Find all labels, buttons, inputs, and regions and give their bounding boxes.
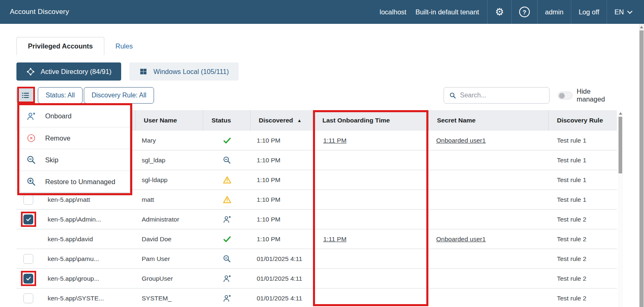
checkmark-icon: [25, 216, 32, 222]
table-row[interactable]: ken-5.app\SYSTE... SYSTEM_ 01/01/2025 4:…: [16, 289, 617, 307]
bulk-actions-menu-button[interactable]: [16, 87, 34, 104]
tab-bar: Privileged Accounts Rules: [16, 37, 144, 55]
user-menu-button[interactable]: admin: [537, 0, 571, 24]
language-label: EN: [614, 8, 624, 16]
status-skipped-icon: [223, 156, 231, 164]
table-scrollbar[interactable]: [618, 110, 623, 307]
help-button[interactable]: ?: [511, 0, 537, 24]
status-onboarded-icon: [223, 235, 232, 244]
list-menu-icon: [21, 91, 30, 100]
status-ready-to-onboard-icon: [223, 215, 232, 224]
chevron-down-icon: [627, 9, 632, 14]
search-icon: [449, 92, 456, 99]
header-last-onboarding-time[interactable]: Last Onboarding Time: [314, 110, 429, 131]
account-discovery-screen: Account Discovery localhost Built-in def…: [0, 0, 644, 307]
status-filter-button[interactable]: Status: All: [38, 87, 83, 104]
status-onboarded-icon: [223, 136, 232, 145]
table-row[interactable]: ken-5.app\group... GroupUser 01/01/2025 …: [16, 269, 617, 289]
active-directory-button[interactable]: Active Directory (84/91): [16, 62, 121, 81]
hide-managed-toggle[interactable]: [558, 92, 573, 99]
zoom-out-icon: [26, 155, 36, 165]
windows-icon: [139, 67, 147, 76]
topbar-right: localhost Built-in default tenant ⚙ ? ad…: [380, 0, 639, 24]
header-status[interactable]: Status: [203, 110, 251, 131]
row-checkbox-checked[interactable]: [23, 274, 33, 284]
table-scrollbar-thumb[interactable]: [619, 117, 622, 173]
tab-rules[interactable]: Rules: [104, 37, 144, 55]
page-scrollbar-thumb[interactable]: [639, 30, 644, 307]
windows-local-button[interactable]: Windows Local (105/111): [129, 62, 239, 81]
checkmark-icon: [25, 275, 32, 282]
header-discovery-rule[interactable]: Discovery Rule: [549, 110, 617, 131]
windows-local-label: Windows Local (105/111): [153, 68, 229, 76]
topbar: Account Discovery localhost Built-in def…: [0, 0, 644, 24]
scroll-up-arrow-icon: [640, 26, 643, 28]
search-input[interactable]: [460, 92, 538, 99]
help-icon: ?: [519, 7, 530, 17]
menu-item-onboard[interactable]: Onboard: [19, 105, 130, 127]
menu-item-skip[interactable]: Skip: [19, 149, 130, 171]
secret-link[interactable]: Onboarded user1: [436, 235, 486, 243]
status-ready-to-onboard-icon: [223, 294, 232, 303]
header-secret-name[interactable]: Secret Name: [429, 110, 549, 131]
tab-privileged-accounts[interactable]: Privileged Accounts: [16, 37, 104, 55]
logoff-button[interactable]: Log off: [571, 0, 607, 24]
search-box[interactable]: [444, 87, 550, 104]
language-selector[interactable]: EN: [607, 0, 639, 24]
last-onboarding-link[interactable]: 1:11 PM: [323, 235, 347, 243]
active-directory-label: Active Directory (84/91): [41, 68, 111, 76]
header-user-name[interactable]: User Name: [136, 110, 203, 131]
table-row[interactable]: ken-5.app\matt matt 1:10 PM Test rule 1: [16, 190, 617, 210]
page-title: Account Discovery: [10, 0, 69, 24]
row-checkbox-checked[interactable]: [23, 215, 33, 224]
gear-icon: ⚙: [495, 7, 504, 17]
header-discovered[interactable]: Discovered▲: [251, 110, 314, 131]
bulk-actions-dropdown: Onboard Remove Skip Restore to Unmanaged: [18, 105, 130, 193]
status-warning-icon: [223, 195, 232, 204]
secret-link[interactable]: Onboarded user1: [436, 137, 486, 144]
filter-bar: Status: All Discovery Rule: All Hide man…: [16, 87, 617, 104]
sort-asc-icon: ▲: [297, 118, 302, 123]
table-row[interactable]: ken-5.app\Admin... Administrator 1:10 PM…: [16, 210, 617, 229]
zoom-in-icon: [26, 177, 36, 187]
scroll-up-arrow-icon: [619, 112, 622, 115]
hide-managed-label: Hide managed: [577, 87, 617, 104]
active-directory-icon: [26, 67, 35, 76]
menu-item-restore-to-unmanaged[interactable]: Restore to Unmanaged: [19, 171, 130, 192]
discovery-rule-filter-button[interactable]: Discovery Rule: All: [84, 87, 154, 104]
host-label: localhost: [380, 8, 406, 16]
row-checkbox[interactable]: [23, 254, 33, 264]
last-onboarding-link[interactable]: 1:11 PM: [323, 137, 347, 144]
status-ready-to-onboard-icon: [223, 274, 232, 283]
table-row[interactable]: ken-5.app\david David Doe 1:10 PM 1:11 P…: [16, 229, 617, 249]
status-skipped-icon: [223, 254, 231, 263]
tenant-label: Built-in default tenant: [415, 8, 479, 16]
person-add-icon: [26, 111, 36, 121]
remove-icon: [26, 133, 36, 143]
row-checkbox[interactable]: [23, 195, 33, 205]
menu-item-remove[interactable]: Remove: [19, 127, 130, 149]
source-buttons: Active Directory (84/91) Windows Local (…: [16, 62, 239, 81]
row-checkbox[interactable]: [23, 293, 33, 303]
settings-button[interactable]: ⚙: [487, 0, 511, 24]
table-row[interactable]: ken-5.app\pamu... Pam User 01/01/2025 4:…: [16, 249, 617, 269]
status-warning-icon: [223, 175, 232, 185]
page-scrollbar[interactable]: [639, 24, 644, 307]
